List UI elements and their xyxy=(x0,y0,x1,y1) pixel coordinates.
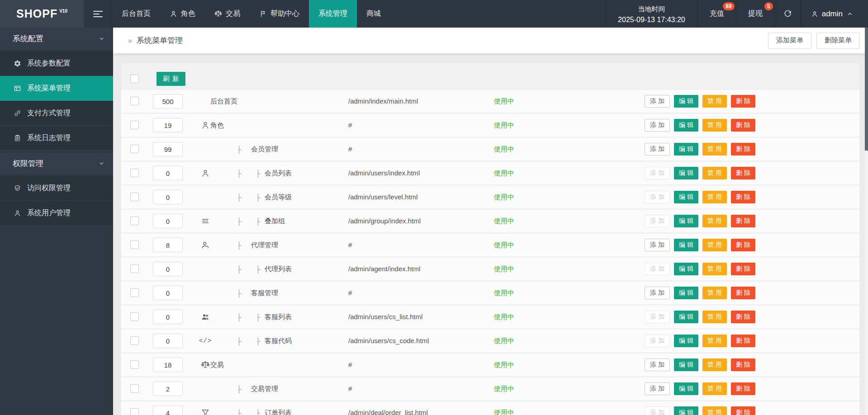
nav-item-home[interactable]: 后台首页 xyxy=(112,0,160,28)
refresh-page-button[interactable] xyxy=(774,0,801,28)
row-checkbox[interactable] xyxy=(130,193,139,201)
withdraw-button[interactable]: 提现 5 xyxy=(736,0,774,28)
sort-order-input[interactable] xyxy=(153,310,183,324)
row-checkbox[interactable] xyxy=(130,360,139,369)
delete-button[interactable]: 删除 xyxy=(731,167,755,179)
nav-item-help-center[interactable]: 帮助中心 xyxy=(250,0,309,28)
sidebar-item-access-permission[interactable]: 访问权限管理 xyxy=(0,176,113,201)
sort-order-input[interactable] xyxy=(153,358,183,372)
sort-order-input[interactable] xyxy=(153,166,183,180)
sort-order-input[interactable] xyxy=(153,382,183,396)
disable-button[interactable]: 禁用 xyxy=(702,119,727,132)
row-checkbox[interactable] xyxy=(130,217,139,225)
disable-button[interactable]: 禁用 xyxy=(702,191,727,203)
disable-button[interactable]: 禁用 xyxy=(702,335,727,347)
delete-button[interactable]: 删除 xyxy=(731,239,755,251)
delete-button[interactable]: 删除 xyxy=(731,119,755,132)
row-checkbox[interactable] xyxy=(130,97,139,105)
add-button[interactable]: 添加 xyxy=(645,358,670,371)
delete-button[interactable]: 删除 xyxy=(731,215,755,227)
row-checkbox[interactable] xyxy=(130,121,139,129)
disable-button[interactable]: 禁用 xyxy=(702,406,727,415)
row-checkbox[interactable] xyxy=(130,145,139,153)
row-checkbox[interactable] xyxy=(130,288,139,297)
edit-button[interactable]: 编辑 xyxy=(674,167,698,179)
delete-button[interactable]: 删除 xyxy=(731,263,755,275)
recharge-button[interactable]: 充值 89 xyxy=(697,0,736,28)
delete-button[interactable]: 删除 xyxy=(731,358,755,371)
disable-button[interactable]: 禁用 xyxy=(702,215,727,227)
sort-order-input[interactable] xyxy=(153,142,183,156)
disable-button[interactable]: 禁用 xyxy=(702,358,727,371)
disable-button[interactable]: 禁用 xyxy=(702,239,727,251)
delete-button[interactable]: 删除 xyxy=(731,406,755,415)
delete-button[interactable]: 删除 xyxy=(731,382,755,395)
sidebar-toggle-button[interactable] xyxy=(84,0,112,28)
delete-button[interactable]: 删除 xyxy=(731,335,755,347)
add-button[interactable]: 添加 xyxy=(645,382,670,395)
delete-button[interactable]: 删除 xyxy=(731,95,755,108)
sort-order-input[interactable] xyxy=(153,238,183,252)
delete-button[interactable]: 删除 xyxy=(731,287,755,299)
disable-button[interactable]: 禁用 xyxy=(702,95,727,108)
edit-button[interactable]: 编辑 xyxy=(674,191,698,203)
sort-order-input[interactable] xyxy=(153,94,183,108)
user-menu[interactable]: admin xyxy=(801,0,868,28)
row-checkbox[interactable] xyxy=(130,312,139,321)
sidebar-item-system-users[interactable]: 系统用户管理 xyxy=(0,201,113,226)
edit-button[interactable]: 编辑 xyxy=(674,119,698,132)
disable-button[interactable]: 禁用 xyxy=(702,143,727,156)
edit-button[interactable]: 编辑 xyxy=(674,143,698,156)
edit-button[interactable]: 编辑 xyxy=(674,239,698,251)
sort-order-input[interactable] xyxy=(153,334,183,348)
disable-button[interactable]: 禁用 xyxy=(702,167,727,179)
edit-button[interactable]: 编辑 xyxy=(674,311,698,323)
delete-button[interactable]: 删除 xyxy=(731,143,755,156)
edit-button[interactable]: 编辑 xyxy=(674,406,698,415)
add-button[interactable]: 添加 xyxy=(645,143,670,156)
sort-order-input[interactable] xyxy=(153,118,183,132)
delete-button[interactable]: 删除 xyxy=(731,311,755,323)
sort-order-input[interactable] xyxy=(153,262,183,276)
sidebar-item-system-logs[interactable]: 系统日志管理 xyxy=(0,126,113,151)
disable-button[interactable]: 禁用 xyxy=(702,263,727,275)
add-button[interactable]: 添加 xyxy=(645,287,670,299)
row-checkbox[interactable] xyxy=(130,241,139,249)
sidebar-item-system-menu[interactable]: 系统菜单管理 xyxy=(0,76,113,101)
add-button[interactable]: 添加 xyxy=(645,239,670,251)
sidebar-group-header-system-config[interactable]: 系统配置 xyxy=(0,28,113,50)
edit-button[interactable]: 编辑 xyxy=(674,358,698,371)
sort-order-input[interactable] xyxy=(153,406,183,415)
refresh-table-button[interactable]: 刷新 xyxy=(157,72,185,86)
sidebar-item-payment-methods[interactable]: 支付方式管理 xyxy=(0,101,113,126)
sort-order-input[interactable] xyxy=(153,190,183,204)
edit-button[interactable]: 编辑 xyxy=(674,263,698,275)
add-button[interactable]: 添加 xyxy=(645,119,670,132)
row-checkbox[interactable] xyxy=(130,169,139,177)
nav-item-mall[interactable]: 商城 xyxy=(357,0,390,28)
sidebar-item-system-params[interactable]: 系统参数配置 xyxy=(0,51,113,76)
nav-item-system-management[interactable]: 系统管理 xyxy=(309,0,357,28)
select-all-checkbox[interactable] xyxy=(130,75,139,83)
edit-button[interactable]: 编辑 xyxy=(674,335,698,347)
disable-button[interactable]: 禁用 xyxy=(702,311,727,323)
disable-button[interactable]: 禁用 xyxy=(702,382,727,395)
disable-button[interactable]: 禁用 xyxy=(702,287,727,299)
sort-order-input[interactable] xyxy=(153,286,183,300)
delete-button[interactable]: 删除 xyxy=(731,191,755,203)
edit-button[interactable]: 编辑 xyxy=(674,215,698,227)
edit-button[interactable]: 编辑 xyxy=(674,95,698,108)
sort-order-input[interactable] xyxy=(153,214,183,228)
add-button[interactable]: 添加 xyxy=(645,95,670,108)
nav-item-roles[interactable]: 角色 xyxy=(160,0,205,28)
scrollbar-thumb[interactable] xyxy=(865,28,868,151)
edit-button[interactable]: 编辑 xyxy=(674,382,698,395)
row-checkbox[interactable] xyxy=(130,336,139,345)
edit-button[interactable]: 编辑 xyxy=(674,287,698,299)
row-checkbox[interactable] xyxy=(130,408,139,415)
row-checkbox[interactable] xyxy=(130,384,139,393)
sidebar-group-header-permission[interactable]: 权限管理 xyxy=(0,152,113,174)
add-menu-button[interactable]: 添加菜单 xyxy=(768,33,811,49)
delete-menu-button[interactable]: 删除菜单 xyxy=(816,33,860,49)
nav-item-trade[interactable]: 交易 xyxy=(205,0,250,28)
